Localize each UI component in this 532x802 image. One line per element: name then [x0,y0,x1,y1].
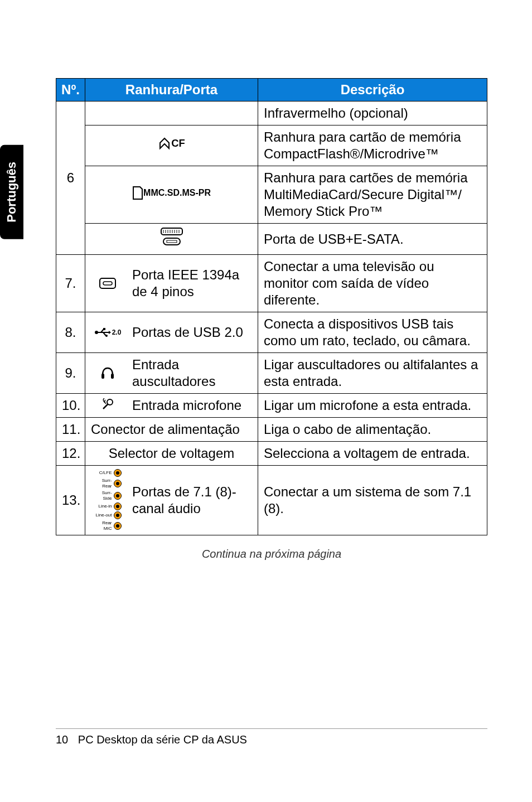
row8-slot: 2.0 Portas de USB 2.0 [85,312,258,353]
table-row: 10. Entrada microfone Ligar um microfone… [56,394,487,418]
audio-port-label: Surr-Side [94,490,112,501]
table-row: CF Ranhura para cartão de memória Compac… [56,125,487,166]
mmc-icon-label: MMC.SD.MS-PR [143,187,211,199]
row6c-slot: MMC.SD.MS-PR [85,166,258,224]
svg-rect-21 [111,374,114,379]
row13-label: Portas de 7.1 (8)-canal áudio [132,484,252,517]
page-content: Nº. Ranhura/Porta Descrição 6 Infraverme… [0,0,532,561]
mmc-icon: MMC.SD.MS-PR [132,186,211,200]
cf-icon-label: CF [171,137,185,150]
ieee1394-icon [91,277,124,289]
row6c-desc: Ranhura para cartões de memória MultiMed… [258,166,487,224]
row6-num: 6 [56,102,85,255]
svg-rect-12 [103,282,112,285]
continuation-caption: Continua na próxima página [56,548,487,561]
row10-desc: Ligar um microfone a esta entrada. [258,394,487,418]
row8-desc: Conecta a dispositivos USB tais como um … [258,312,487,353]
table-row: 11. Conector de alimentação Liga o cabo … [56,418,487,442]
usb-version-label: 2.0 [112,328,122,337]
table-row: Porta de USB+E-SATA. [56,224,487,255]
svg-marker-19 [109,331,111,334]
row13-slot: C/LFE Surr-Rear Surr-Side Line-in Line-o… [85,466,258,535]
row7-num: 7. [56,255,85,312]
footer-title: PC Desktop da série CP da ASUS [78,733,247,746]
row9-desc: Ligar auscultadores ou altifalantes a es… [258,353,487,394]
svg-rect-16 [103,328,105,330]
row6a-desc: Infravermelho (opcional) [258,102,487,125]
row8-label: Portas de USB 2.0 [132,324,252,341]
row6d-slot [85,224,258,255]
table-row: 8. 2.0 Portas de USB 2.0 Conecta a dispo… [56,312,487,353]
row8-num: 8. [56,312,85,353]
table-row: 12. Selector de voltagem Selecciona a vo… [56,442,487,466]
svg-line-23 [103,404,108,409]
row10-label: Entrada microfone [132,397,252,414]
audio-port-label: Rear MIC [94,520,112,532]
row6a-slot [85,102,258,125]
row9-num: 9. [56,353,85,394]
table-row: 9. Entrada auscultadores Ligar auscultad… [56,353,487,394]
row9-slot: Entrada auscultadores [85,353,258,394]
row6b-desc: Ranhura para cartão de memória CompactFl… [258,125,487,166]
row12-num: 12. [56,442,85,466]
compactflash-icon: CF [158,137,185,151]
row7-label: Porta IEEE 1394a de 4 pinos [132,267,252,300]
esata-icon [158,235,186,250]
audio-port-label: Surr-Rear [94,478,112,489]
row12-desc: Selecciona a voltagem de entrada. [258,442,487,466]
table-row: 6 Infravermelho (opcional) [56,102,487,125]
row12-slot: Selector de voltagem [85,442,258,466]
svg-rect-10 [167,240,177,243]
row7-desc: Conectar a uma televisão ou monitor com … [258,255,487,312]
audio-port-label: Line-in [94,504,112,509]
audio-port-label: Line-out [94,513,112,518]
row6d-desc: Porta de USB+E-SATA. [258,224,487,255]
page-footer: 10 PC Desktop da série CP da ASUS [56,728,487,746]
page-number: 10 [56,733,68,746]
header-slot: Ranhura/Porta [85,79,258,102]
language-side-tab: Português [0,145,23,239]
row6b-slot: CF [85,125,258,166]
row11-num: 11. [56,418,85,442]
row7-slot: Porta IEEE 1394a de 4 pinos [85,255,258,312]
header-desc: Descrição [258,79,487,102]
header-num: Nº. [56,79,85,102]
headphones-icon [91,366,124,380]
table-row: MMC.SD.MS-PR Ranhura para cartões de mem… [56,166,487,224]
row13-desc: Conectar a um sistema de som 7.1 (8). [258,466,487,535]
svg-rect-11 [100,278,115,288]
row13-num: 13. [56,466,85,535]
ports-table: Nº. Ranhura/Porta Descrição 6 Infraverme… [56,78,487,535]
usb-icon: 2.0 [91,328,124,337]
svg-rect-20 [101,374,104,379]
svg-point-18 [105,335,108,337]
row11-desc: Liga o cabo de alimentação. [258,418,487,442]
microphone-icon [91,398,124,413]
audio-ports-icon: C/LFE Surr-Rear Surr-Side Line-in Line-o… [91,469,124,532]
svg-rect-9 [163,238,180,245]
row10-slot: Entrada microfone [85,394,258,418]
row11-slot: Conector de alimentação [85,418,258,442]
row9-label: Entrada auscultadores [132,356,252,390]
table-row: 13. C/LFE Surr-Rear Surr-Side Line-in Li… [56,466,487,535]
table-row: 7. Porta IEEE 1394a de 4 pinos Conectar … [56,255,487,312]
row10-num: 10. [56,394,85,418]
audio-port-label: C/LFE [94,470,112,476]
